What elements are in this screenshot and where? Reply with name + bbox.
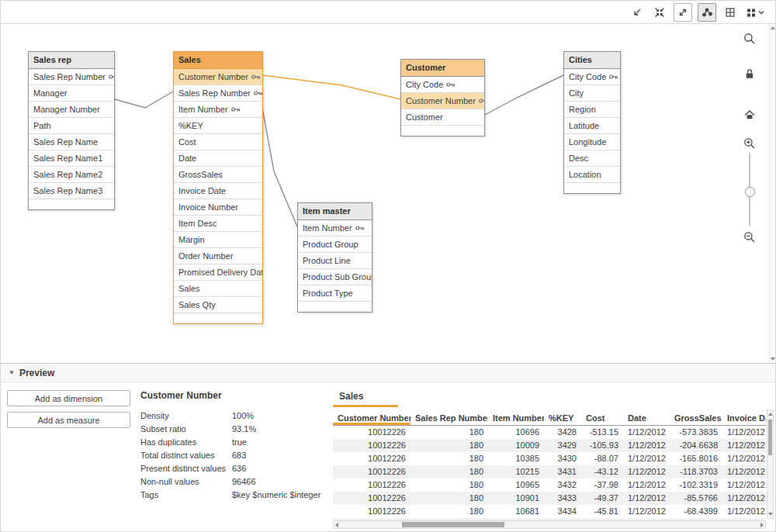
linked-fields-icon[interactable] xyxy=(698,3,716,22)
lock-icon[interactable] xyxy=(738,67,761,80)
field-order-number[interactable]: Order Number xyxy=(174,248,262,264)
cell: 1/12/2012 xyxy=(623,439,670,452)
stat-value: 636 xyxy=(232,464,246,473)
grid-layout-icon[interactable] xyxy=(722,4,739,21)
field-city[interactable]: City xyxy=(564,85,620,102)
field-date[interactable]: Date xyxy=(174,150,262,167)
field-sales-rep-name2[interactable]: Sales Rep Name2 xyxy=(29,167,114,183)
field-manager[interactable]: Manager xyxy=(29,85,114,102)
field-latitude[interactable]: Latitude xyxy=(564,118,620,134)
field-cost[interactable]: Cost xyxy=(174,134,262,150)
field-manager-number[interactable]: Manager Number xyxy=(29,102,114,118)
field-desc[interactable]: Desc xyxy=(564,150,620,167)
column-header-item-number[interactable]: Item Number xyxy=(488,410,544,426)
field-sales-rep-name[interactable]: Sales Rep Name xyxy=(29,134,114,150)
field-sales-qty[interactable]: Sales Qty xyxy=(174,297,262,313)
field-promised-delivery-date[interactable]: Promised Delivery Date xyxy=(174,264,262,281)
field-info-panel: Customer Number Density100%Subset ratio9… xyxy=(140,390,330,501)
tab-sales[interactable]: Sales xyxy=(333,389,398,407)
column-header-grosssales[interactable]: GrossSales xyxy=(670,410,722,426)
table-title[interactable]: Item master xyxy=(298,203,372,220)
column-header-invoice-date[interactable]: Invoice Date xyxy=(722,410,766,426)
field-invoice-date[interactable]: Invoice Date xyxy=(174,183,262,199)
model-table-sales-rep[interactable]: Sales repSales Rep Number ManagerManager… xyxy=(28,51,115,210)
field-product-line[interactable]: Product Line xyxy=(298,253,372,269)
column-header-customer-number[interactable]: Customer Number xyxy=(333,410,411,426)
field-longitude[interactable]: Longitude xyxy=(564,134,620,150)
zoom-slider[interactable] xyxy=(738,153,761,226)
toolbar xyxy=(1,1,775,24)
stat-row-subset-ratio: Subset ratio93.1% xyxy=(140,422,330,435)
zoom-slider-handle[interactable] xyxy=(745,187,755,197)
model-table-item-master[interactable]: Item masterItem Number Product GroupProd… xyxy=(297,202,372,313)
field-sales-rep-name3[interactable]: Sales Rep Name3 xyxy=(29,183,114,199)
field-sales[interactable]: Sales xyxy=(174,281,262,297)
field-grosssales[interactable]: GrossSales xyxy=(174,167,262,183)
scroll-down-icon[interactable] xyxy=(768,513,773,516)
collapse-diagonal-icon[interactable] xyxy=(629,4,646,21)
table-horizontal-scrollbar[interactable] xyxy=(333,520,766,529)
field-customer-number[interactable]: Customer Number xyxy=(174,69,262,85)
field-invoice-number[interactable]: Invoice Number xyxy=(174,199,262,216)
search-icon[interactable] xyxy=(738,32,761,46)
zoom-out-icon[interactable] xyxy=(738,230,761,244)
model-canvas[interactable]: Sales repSales Rep Number ManagerManager… xyxy=(1,24,775,363)
field-item-desc[interactable]: Item Desc xyxy=(174,216,262,232)
collapse-arrows-icon[interactable] xyxy=(651,4,668,21)
field-key[interactable]: %KEY xyxy=(174,118,262,134)
model-table-cities[interactable]: CitiesCity Code CityRegionLatitudeLongit… xyxy=(563,51,621,194)
column-header-date[interactable]: Date xyxy=(623,410,670,426)
canvas-vertical-scrollbar[interactable] xyxy=(769,24,775,363)
home-icon[interactable] xyxy=(738,109,761,121)
collapse-preview-icon[interactable]: ▼ xyxy=(9,369,15,376)
key-icon xyxy=(355,225,365,232)
field-customer[interactable]: Customer xyxy=(401,109,484,126)
table-title[interactable]: Cities xyxy=(564,52,620,69)
field-product-type[interactable]: Product Type xyxy=(298,285,372,302)
column-header-cost[interactable]: Cost xyxy=(581,410,623,426)
field-item-number[interactable]: Item Number xyxy=(174,102,262,118)
scroll-up-icon[interactable] xyxy=(771,26,775,29)
table-vertical-scrollbar[interactable] xyxy=(767,409,774,519)
app-grid-icon[interactable] xyxy=(744,4,767,21)
field-item-number[interactable]: Item Number xyxy=(298,220,372,237)
add-as-measure-button[interactable]: Add as measure xyxy=(7,412,130,428)
field-sales-rep-number[interactable]: Sales Rep Number xyxy=(174,85,262,102)
field-sales-rep-number[interactable]: Sales Rep Number xyxy=(29,69,114,85)
stat-label: Present distinct values xyxy=(140,464,232,473)
field-city-code[interactable]: City Code xyxy=(401,77,484,93)
scroll-left-icon[interactable] xyxy=(335,523,338,527)
field-label: Product Group xyxy=(303,240,359,249)
table-title[interactable]: Sales rep xyxy=(29,52,114,69)
scroll-up-icon[interactable] xyxy=(768,413,773,416)
field-location[interactable]: Location xyxy=(564,167,620,183)
model-table-customer[interactable]: CustomerCity Code Customer Number Custom… xyxy=(400,59,485,136)
cell: 10696 xyxy=(488,426,544,440)
field-product-group[interactable]: Product Group xyxy=(298,237,372,253)
preview-header[interactable]: ▼ Preview xyxy=(1,363,775,382)
table-title[interactable]: Customer xyxy=(401,60,484,77)
cell: 3429 xyxy=(544,439,581,452)
column-header-key[interactable]: %KEY xyxy=(544,410,581,426)
cell: 3430 xyxy=(544,452,581,465)
scrollbar-thumb[interactable] xyxy=(768,420,772,455)
expand-icon[interactable] xyxy=(674,3,692,22)
field-product-sub-group[interactable]: Product Sub Group xyxy=(298,269,372,285)
field-customer-number[interactable]: Customer Number xyxy=(401,93,484,109)
add-as-dimension-button[interactable]: Add as dimension xyxy=(7,390,130,406)
table-title[interactable]: Sales xyxy=(174,52,262,69)
scroll-down-icon[interactable] xyxy=(771,358,775,361)
scroll-right-icon[interactable] xyxy=(760,523,764,527)
scrollbar-thumb[interactable] xyxy=(402,522,504,527)
field-city-code[interactable]: City Code xyxy=(564,69,620,85)
model-table-sales[interactable]: SalesCustomer Number Sales Rep Number It… xyxy=(173,51,263,324)
column-header-sales-rep-number[interactable]: Sales Rep Number xyxy=(411,410,488,426)
cell: -102.3319 xyxy=(670,478,722,492)
key-icon xyxy=(251,74,261,81)
cell: -118.3703 xyxy=(670,465,722,478)
field-margin[interactable]: Margin xyxy=(174,232,262,248)
field-path[interactable]: Path xyxy=(29,118,114,134)
zoom-in-icon[interactable] xyxy=(738,136,761,150)
field-region[interactable]: Region xyxy=(564,102,620,118)
field-sales-rep-name1[interactable]: Sales Rep Name1 xyxy=(29,150,114,167)
